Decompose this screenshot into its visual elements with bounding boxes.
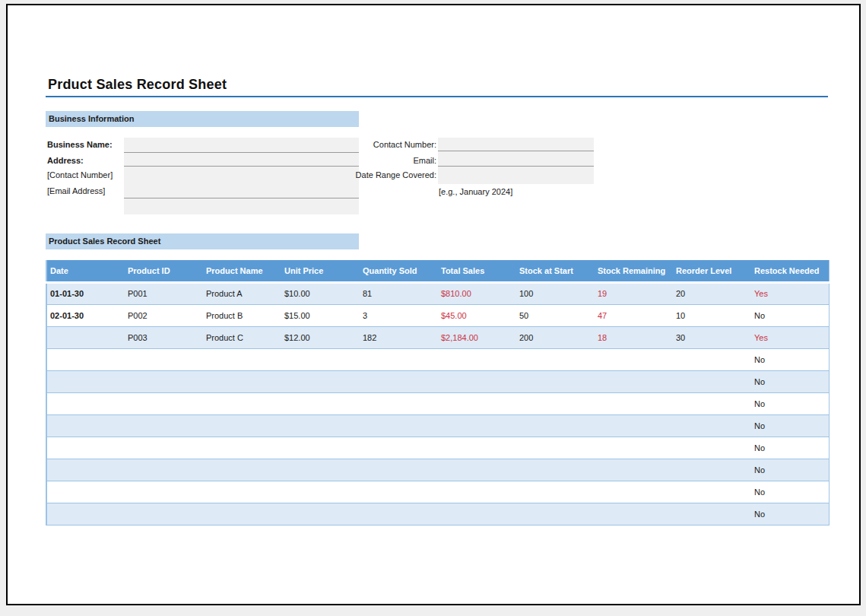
email-address-left-field[interactable]	[124, 198, 359, 214]
table-cell[interactable]	[438, 503, 516, 525]
table-cell[interactable]	[281, 370, 360, 392]
table-cell[interactable]: 30	[673, 326, 751, 348]
table-cell[interactable]	[595, 392, 673, 414]
table-cell[interactable]	[46, 326, 125, 348]
table-cell[interactable]	[438, 392, 516, 414]
table-cell[interactable]: 20	[673, 282, 751, 304]
table-cell[interactable]	[203, 437, 281, 459]
table-cell[interactable]	[516, 459, 595, 481]
table-cell[interactable]: $810.00	[438, 282, 516, 304]
table-cell[interactable]: No	[751, 503, 829, 525]
table-cell[interactable]	[360, 348, 438, 370]
table-cell[interactable]	[46, 348, 125, 370]
table-cell[interactable]	[516, 414, 595, 437]
table-cell[interactable]	[438, 348, 516, 370]
table-cell[interactable]	[203, 392, 281, 414]
table-cell[interactable]	[438, 370, 516, 392]
table-cell[interactable]: P003	[125, 326, 203, 348]
table-cell[interactable]: No	[751, 392, 829, 414]
table-cell[interactable]	[673, 459, 751, 481]
table-cell[interactable]: No	[751, 481, 829, 503]
table-cell[interactable]	[360, 392, 438, 414]
table-cell[interactable]	[125, 481, 203, 503]
table-cell[interactable]	[46, 437, 125, 459]
table-cell[interactable]	[203, 370, 281, 392]
table-cell[interactable]: 50	[516, 304, 595, 326]
table-cell[interactable]	[125, 392, 203, 414]
table-cell[interactable]	[125, 503, 203, 525]
table-cell[interactable]	[595, 481, 673, 503]
table-cell[interactable]	[438, 481, 516, 503]
table-cell[interactable]	[516, 503, 595, 525]
table-cell[interactable]	[595, 414, 673, 437]
table-cell[interactable]	[281, 481, 360, 503]
table-cell[interactable]	[673, 503, 751, 525]
table-cell[interactable]: $45.00	[438, 304, 516, 326]
table-cell[interactable]	[516, 437, 595, 459]
table-cell[interactable]	[516, 481, 595, 503]
table-cell[interactable]	[203, 503, 281, 525]
table-cell[interactable]: 10	[673, 304, 751, 326]
table-cell[interactable]: Product B	[203, 304, 281, 326]
table-cell[interactable]	[516, 348, 595, 370]
table-cell[interactable]	[673, 370, 751, 392]
table-cell[interactable]: No	[751, 414, 829, 437]
table-cell[interactable]	[673, 348, 751, 370]
table-cell[interactable]	[595, 370, 673, 392]
table-cell[interactable]: 02-01-30	[46, 304, 125, 326]
table-cell[interactable]	[46, 414, 125, 437]
table-cell[interactable]	[125, 414, 203, 437]
table-cell[interactable]	[595, 503, 673, 525]
table-cell[interactable]	[46, 370, 125, 392]
table-cell[interactable]	[516, 392, 595, 414]
table-cell[interactable]	[281, 503, 360, 525]
table-cell[interactable]	[673, 481, 751, 503]
date-range-covered-field[interactable]	[438, 167, 594, 184]
table-cell[interactable]	[46, 481, 125, 503]
table-cell[interactable]	[673, 437, 751, 459]
table-cell[interactable]: $12.00	[281, 326, 360, 348]
contact-number-field[interactable]	[438, 138, 594, 151]
table-cell[interactable]	[360, 414, 438, 437]
table-cell[interactable]	[281, 392, 360, 414]
table-cell[interactable]	[46, 459, 125, 481]
table-cell[interactable]: No	[751, 348, 829, 370]
table-cell[interactable]: Yes	[751, 282, 829, 304]
table-cell[interactable]: Yes	[751, 326, 829, 348]
table-cell[interactable]	[203, 481, 281, 503]
table-cell[interactable]	[125, 437, 203, 459]
table-cell[interactable]	[125, 459, 203, 481]
table-cell[interactable]	[516, 370, 595, 392]
table-cell[interactable]: $15.00	[281, 304, 360, 326]
table-cell[interactable]: 100	[516, 282, 595, 304]
table-cell[interactable]	[281, 437, 360, 459]
table-cell[interactable]: 200	[516, 326, 595, 348]
table-cell[interactable]	[438, 437, 516, 459]
table-cell[interactable]: No	[751, 370, 829, 392]
table-cell[interactable]: 3	[360, 304, 438, 326]
table-cell[interactable]	[438, 459, 516, 481]
table-cell[interactable]	[46, 392, 125, 414]
table-cell[interactable]: 81	[360, 282, 438, 304]
table-cell[interactable]	[203, 348, 281, 370]
table-cell[interactable]	[595, 459, 673, 481]
table-cell[interactable]	[438, 414, 516, 437]
table-cell[interactable]	[673, 392, 751, 414]
table-cell[interactable]	[360, 437, 438, 459]
table-cell[interactable]: $2,184.00	[438, 326, 516, 348]
table-cell[interactable]: Product C	[203, 326, 281, 348]
table-cell[interactable]: P002	[125, 304, 203, 326]
table-cell[interactable]	[595, 348, 673, 370]
table-cell[interactable]	[281, 459, 360, 481]
table-cell[interactable]: 19	[595, 282, 673, 304]
table-cell[interactable]: No	[751, 459, 829, 481]
table-cell[interactable]	[125, 370, 203, 392]
table-cell[interactable]	[360, 481, 438, 503]
table-cell[interactable]	[281, 414, 360, 437]
table-cell[interactable]	[125, 348, 203, 370]
table-cell[interactable]	[203, 414, 281, 437]
table-cell[interactable]: P001	[125, 282, 203, 304]
table-cell[interactable]: Product A	[203, 282, 281, 304]
table-cell[interactable]	[281, 348, 360, 370]
table-cell[interactable]	[360, 503, 438, 525]
